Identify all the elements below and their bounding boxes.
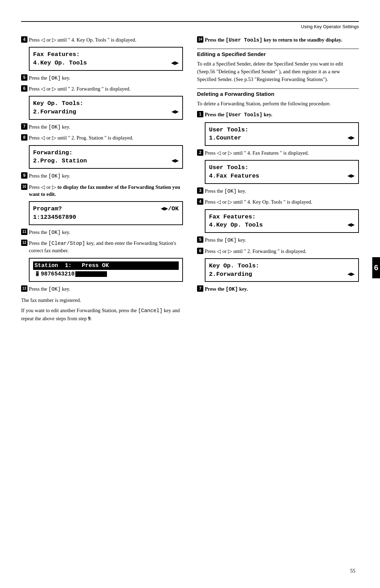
del-step-3-text: Press the [OK] key.	[205, 187, 359, 195]
del-step-5-block: 5 Press the [OK] key.	[197, 236, 359, 244]
deleting-section-title: Deleting a Forwarding Station	[197, 91, 359, 97]
del-step-5-text: Press the [OK] key.	[205, 236, 359, 244]
step-9-text: Press the [OK] key.	[29, 172, 183, 180]
step-10-block: 10 Press ◁ or ▷ to display the fax numbe…	[21, 184, 183, 198]
after-step-para2: If you want to edit another Forwarding S…	[21, 307, 183, 323]
editing-section-title: Editing a Specified Sender	[197, 51, 359, 57]
step-14-num: 14	[197, 36, 203, 43]
del-step-3-num: 3	[197, 187, 203, 194]
after-step-para1: The fax number is registered.	[21, 297, 183, 304]
step-4-block: 4 Press ◁ or ▷ until " 4. Key Op. Tools …	[21, 36, 183, 43]
del-step-2-text: Press ◁ or ▷ until " 4. Fax Features " i…	[205, 149, 359, 156]
step-12-num: 12	[21, 240, 27, 246]
step-8-lcd: Forwarding:2.Prog. Station ◀▶	[29, 145, 183, 169]
step-12-lcd: Station 1: Press OK 📱9876543210	[29, 258, 183, 282]
step-13-text: Press the [OK] key.	[29, 285, 183, 293]
del-step-4-lcd: Fax Features:4.Key Op. Tools ◀▶	[205, 209, 359, 233]
tab-marker-container: 6	[372, 257, 380, 278]
step-10-num: 10	[21, 184, 27, 190]
main-content: 4 Press ◁ or ▷ until " 4. Key Op. Tools …	[21, 36, 359, 323]
del-step-1-lcd: User Tools:1.Counter ◀▶	[205, 122, 359, 146]
step-14-text: Press the [User Tools] key to return to …	[205, 36, 359, 44]
page-number: 55	[350, 568, 355, 574]
del-step-4-block: 4 Press ◁ or ▷ until " 4. Key Op. Tools …	[197, 198, 359, 205]
del-step-6-text: Press ◁ or ▷ until " 2. Forwarding " is …	[205, 248, 359, 255]
del-step-5-num: 5	[197, 236, 203, 243]
del-step-7-block: 7 Press the [OK] key.	[197, 285, 359, 293]
del-step-6-num: 6	[197, 248, 203, 254]
left-column: 4 Press ◁ or ▷ until " 4. Key Op. Tools …	[21, 36, 183, 323]
del-step-2-lcd: User Tools:4.Fax Features ◀▶	[205, 160, 359, 184]
step-7-text: Press the [OK] key.	[29, 123, 183, 131]
step-6-num: 6	[21, 85, 27, 92]
step-10-text: Press ◁ or ▷ to display the fax number o…	[29, 184, 183, 198]
step-5-num: 5	[21, 74, 27, 81]
del-step-4-text: Press ◁ or ▷ until " 4. Key Op. Tools " …	[205, 198, 359, 205]
step-7-num: 7	[21, 123, 27, 130]
step-13-num: 13	[21, 285, 27, 292]
step-5-text: Press the [OK] key.	[29, 74, 183, 82]
header-divider	[21, 21, 359, 22]
step-4-text: Press ◁ or ▷ until " 4. Key Op. Tools " …	[29, 36, 183, 43]
tab-marker: 6	[372, 257, 380, 278]
step-12-block: 12 Press the [Clear/Stop] key, and then …	[21, 240, 183, 254]
del-step-7-text: Press the [OK] key.	[205, 285, 359, 293]
del-step-6-lcd: Key Op. Tools:2.Forwarding ◀▶	[205, 258, 359, 282]
step-9-num: 9	[21, 172, 27, 179]
del-step-7-num: 7	[197, 285, 203, 292]
del-step-1-text: Press the [User Tools] key.	[205, 111, 359, 118]
step-6-lcd: Key Op. Tools:2.Forwarding ◀▶	[29, 96, 183, 120]
step-11-text: Press the [OK] key.	[29, 229, 183, 236]
page-container: Using Key Operator Settings 4 Press ◁ or…	[0, 0, 380, 588]
step-14-block: 14 Press the [User Tools] key to return …	[197, 36, 359, 44]
del-step-1-num: 1	[197, 111, 203, 117]
step-9-block: 9 Press the [OK] key.	[21, 172, 183, 180]
step-7-block: 7 Press the [OK] key.	[21, 123, 183, 131]
step-4-num: 4	[21, 36, 27, 43]
del-step-2-num: 2	[197, 149, 203, 156]
step-4-lcd: Fax Features:4.Key Op. Tools ◀▶	[29, 47, 183, 71]
step-13-block: 13 Press the [OK] key.	[21, 285, 183, 293]
editing-section-para: To edit a Specified Sender, delete the S…	[197, 60, 359, 83]
right-column: 14 Press the [User Tools] key to return …	[197, 36, 359, 323]
step-8-block: 8 Press ◁ or ▷ until " 2. Prog. Station …	[21, 134, 183, 141]
step-8-text: Press ◁ or ▷ until " 2. Prog. Station " …	[29, 134, 183, 141]
deleting-divider	[197, 88, 359, 89]
deleting-section-para: To delete a Forwarding Station, perform …	[197, 100, 359, 108]
del-step-1-block: 1 Press the [User Tools] key.	[197, 111, 359, 118]
step-8-num: 8	[21, 134, 27, 141]
step-11-block: 11 Press the [OK] key.	[21, 229, 183, 236]
del-step-6-block: 6 Press ◁ or ▷ until " 2. Forwarding " i…	[197, 248, 359, 255]
header-text: Using Key Operator Settings	[21, 24, 359, 29]
step-11-num: 11	[21, 229, 27, 235]
del-step-2-block: 2 Press ◁ or ▷ until " 4. Fax Features "…	[197, 149, 359, 156]
step-5-block: 5 Press the [OK] key.	[21, 74, 183, 82]
step-12-text: Press the [Clear/Stop] key, and then ent…	[29, 240, 183, 254]
step-6-block: 6 Press ◁ or ▷ until " 2. Forwarding " i…	[21, 85, 183, 92]
editing-divider	[197, 49, 359, 49]
del-step-4-num: 4	[197, 198, 203, 205]
step-6-text: Press ◁ or ▷ until " 2. Forwarding " is …	[29, 85, 183, 92]
step-10-lcd: Program? ◀▶/OK 1:1234567890	[29, 201, 183, 225]
del-step-3-block: 3 Press the [OK] key.	[197, 187, 359, 195]
